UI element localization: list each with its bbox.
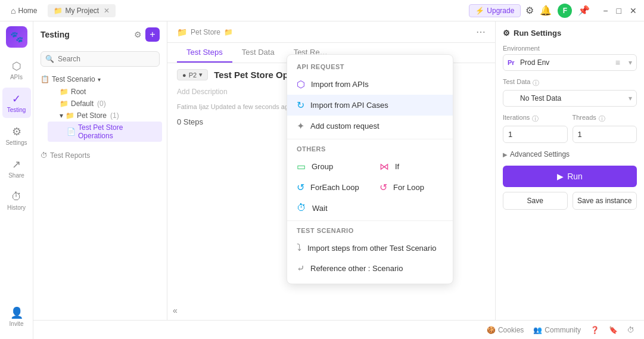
reference-other-label: Reference other : Scenario bbox=[310, 264, 403, 273]
minimize-button[interactable]: − bbox=[601, 6, 610, 15]
pin-icon[interactable]: 📌 bbox=[578, 5, 590, 16]
test-data-select[interactable]: No Test Data bbox=[503, 90, 637, 107]
save-instance-button[interactable]: Save as instance bbox=[573, 192, 637, 210]
import-from-apis-item[interactable]: ⬡ Import from APIs bbox=[287, 74, 453, 95]
add-custom-request-item[interactable]: ✦ Add custom request bbox=[287, 116, 453, 136]
bell-icon[interactable]: 🔔 bbox=[540, 5, 552, 16]
folder-default-icon: 📁 bbox=[60, 99, 69, 108]
for-loop-item[interactable]: ↺ For Loop bbox=[370, 177, 453, 198]
priority-label: P2 bbox=[189, 71, 197, 79]
sidebar-title: Testing bbox=[41, 30, 70, 39]
clock-icon[interactable]: ⏱ bbox=[627, 326, 634, 334]
group-icon: ▭ bbox=[297, 161, 306, 172]
import-steps-item[interactable]: ⤵ Import steps from other Test Scenario bbox=[287, 238, 453, 258]
cookies-link[interactable]: 🍪 Cookies bbox=[487, 326, 524, 334]
collapse-sidebar-button[interactable]: « bbox=[173, 306, 178, 315]
run-label: Run bbox=[567, 172, 583, 181]
import-from-apis-label: Import from APIs bbox=[311, 80, 369, 89]
content-header: 📁 Pet Store 📁 ⋯ bbox=[167, 21, 495, 43]
close-button[interactable]: ✕ bbox=[627, 6, 639, 15]
import-apis-icon: ⬡ bbox=[297, 79, 305, 90]
settings-nav-icon: ⚙ bbox=[12, 125, 21, 138]
content-area: 📁 Pet Store 📁 ⋯ Test Steps Test Data Tes… bbox=[167, 21, 495, 339]
tree-item-default[interactable]: 📁 Default (0) bbox=[50, 98, 160, 110]
import-steps-label: Import steps from other Test Scenario bbox=[307, 244, 437, 253]
add-button[interactable]: + bbox=[145, 27, 160, 42]
test-item-label: Test Pet Store Operations bbox=[78, 123, 160, 140]
wait-item[interactable]: ⏱ Wait bbox=[287, 198, 370, 218]
divider-1 bbox=[287, 139, 453, 139]
if-item[interactable]: ⋈ If bbox=[370, 156, 453, 177]
tree-sub: 📁 Root 📁 Default (0) ▾ 📁 Pet Store (1) 📄… bbox=[41, 86, 160, 142]
group-label: Group bbox=[312, 162, 333, 171]
search-input[interactable] bbox=[41, 51, 160, 67]
collapse-icon: « bbox=[173, 306, 178, 315]
maximize-button[interactable]: □ bbox=[614, 6, 624, 15]
test-data-info-icon[interactable]: ⓘ bbox=[533, 79, 539, 88]
adv-caret-icon: ▶ bbox=[503, 151, 508, 158]
avatar[interactable]: F bbox=[558, 4, 572, 18]
sidebar: Testing ⚙ + 🔍 📋 Test Scenario ▾ bbox=[33, 21, 167, 339]
search-icon: 🔍 bbox=[45, 55, 54, 63]
test-icon: 📄 bbox=[67, 127, 76, 136]
env-menu-icon[interactable]: ≡ bbox=[615, 58, 620, 67]
reference-other-item[interactable]: ⤶ Reference other : Scenario bbox=[287, 258, 453, 279]
nav-item-share[interactable]: ↗ Share bbox=[2, 153, 31, 184]
environment-select-wrap: Pr Prod Env ▾ ≡ bbox=[503, 54, 637, 71]
more-icon[interactable]: ⋯ bbox=[476, 27, 486, 37]
nav-item-testing[interactable]: ✓ Testing bbox=[2, 88, 31, 118]
nav-item-history[interactable]: ⏱ History bbox=[2, 186, 31, 216]
history-icon: ⏱ bbox=[11, 191, 22, 203]
save-button[interactable]: Save bbox=[503, 192, 568, 210]
tree-item-test-operations[interactable]: 📄 Test Pet Store Operations bbox=[48, 122, 162, 142]
tab-test-steps[interactable]: Test Steps bbox=[177, 43, 232, 63]
priority-badge[interactable]: ● P2 ▾ bbox=[177, 69, 208, 80]
upgrade-button[interactable]: ⚡ Upgrade bbox=[469, 4, 521, 17]
petstore-count: (1) bbox=[110, 111, 119, 120]
run-settings-panel: ⚙ Run Settings Environment Pr Prod Env ▾… bbox=[495, 21, 644, 339]
project-tab[interactable]: 📁 My Project ✕ bbox=[48, 4, 116, 17]
import-from-api-cases-item[interactable]: ↻ Import from API Cases bbox=[287, 95, 453, 116]
threads-info-icon[interactable]: ⓘ bbox=[599, 114, 605, 123]
nav-item-settings[interactable]: ⚙ Settings bbox=[2, 120, 31, 151]
footer: 🍪 Cookies 👥 Community ❓ 🔖 ⏱ bbox=[33, 320, 644, 339]
group-item[interactable]: ▭ Group bbox=[287, 156, 370, 177]
project-icon: 📁 bbox=[54, 7, 63, 15]
advanced-settings[interactable]: ▶ Advanced Settings bbox=[503, 150, 637, 158]
run-button[interactable]: ▶ Run bbox=[503, 166, 637, 187]
main-layout: 🐾 ⬡ APIs ✓ Testing ⚙ Settings ↗ Share ⏱ … bbox=[0, 21, 644, 339]
reports-icon: ⏱ bbox=[41, 151, 48, 160]
home-tab[interactable]: ⌂ Home bbox=[5, 4, 43, 18]
bookmark-icon[interactable]: 🔖 bbox=[609, 326, 618, 334]
home-icon: ⌂ bbox=[11, 6, 15, 15]
caret-icon: ▾ bbox=[98, 76, 101, 83]
tree-scenario-header[interactable]: 📋 Test Scenario ▾ bbox=[41, 73, 160, 86]
filter-button[interactable]: ⚙ bbox=[134, 30, 142, 39]
help-icon[interactable]: ❓ bbox=[590, 326, 599, 334]
history-label: History bbox=[7, 204, 26, 211]
threads-input[interactable] bbox=[573, 126, 637, 143]
tree-item-root[interactable]: 📁 Root bbox=[50, 86, 160, 98]
import-cases-icon: ↻ bbox=[297, 99, 304, 111]
settings-icon[interactable]: ⚙ bbox=[525, 5, 534, 16]
for-loop-label: For Loop bbox=[393, 183, 424, 192]
foreach-loop-item[interactable]: ↺ ForEach Loop bbox=[287, 177, 370, 198]
run-settings-icon: ⚙ bbox=[503, 29, 510, 38]
api-request-section: API Request bbox=[287, 60, 453, 74]
nav-item-apis[interactable]: ⬡ APIs bbox=[2, 55, 31, 85]
iterations-label: Iterations bbox=[503, 114, 530, 121]
nav-item-invite[interactable]: 👤 Invite bbox=[2, 301, 31, 332]
if-icon: ⋈ bbox=[379, 161, 389, 172]
community-label: Community bbox=[545, 326, 581, 334]
popup-menu: API Request ⬡ Import from APIs ↻ Import … bbox=[287, 54, 453, 284]
tab-test-data[interactable]: Test Data bbox=[232, 43, 284, 63]
test-reports-link[interactable]: ⏱ Test Reports bbox=[33, 149, 167, 162]
project-label: My Project bbox=[65, 7, 99, 15]
community-link[interactable]: 👥 Community bbox=[533, 326, 581, 334]
close-project-icon[interactable]: ✕ bbox=[104, 7, 110, 15]
iterations-input[interactable] bbox=[503, 126, 568, 143]
iterations-info-icon[interactable]: ⓘ bbox=[532, 114, 539, 123]
divider-2 bbox=[287, 220, 453, 221]
tree-item-petstore[interactable]: ▾ 📁 Pet Store (1) bbox=[50, 110, 160, 122]
add-custom-icon: ✦ bbox=[297, 120, 304, 132]
